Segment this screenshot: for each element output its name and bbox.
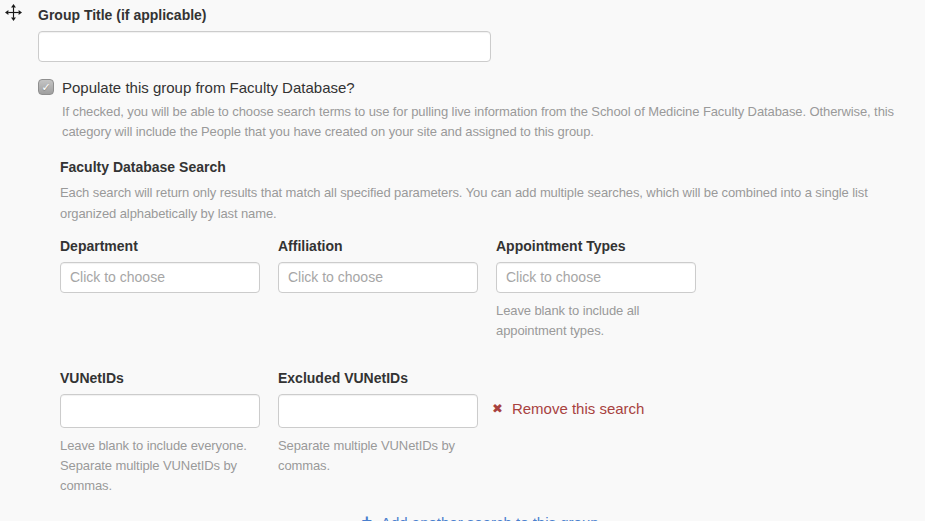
remove-search-col: ✖ Remove this search [492, 370, 644, 496]
vunetids-field-group: VUNetIDs Leave blank to include everyone… [60, 370, 260, 496]
search-params-row: Department Affiliation Appointment Types… [60, 238, 900, 341]
vunetids-label: VUNetIDs [60, 370, 260, 387]
appointment-types-field-group: Appointment Types Leave blank to include… [496, 238, 696, 341]
populate-checkbox-label[interactable]: Populate this group from Faculty Databas… [62, 79, 355, 96]
drag-handle[interactable] [5, 4, 22, 21]
add-search-row: + Add another search to this group [60, 513, 900, 521]
populate-checkbox[interactable]: ✓ [38, 79, 54, 95]
remove-search-label: Remove this search [512, 400, 645, 417]
excluded-vunetids-field-group: Excluded VUNetIDs Separate multiple VUNe… [278, 370, 478, 496]
affiliation-input[interactable] [278, 262, 478, 293]
excluded-vunetids-note: Separate multiple VUNetIDs by commas. [278, 436, 492, 476]
faculty-database-search-section: Faculty Database Search Each search will… [60, 158, 900, 521]
group-title-label: Group Title (if applicable) [38, 7, 900, 24]
affiliation-field-group: Affiliation [278, 238, 478, 341]
excluded-vunetids-input[interactable] [278, 394, 478, 428]
vunetids-row: VUNetIDs Leave blank to include everyone… [60, 370, 900, 496]
appointment-types-label: Appointment Types [496, 238, 696, 255]
add-search-link[interactable]: + Add another search to this group [361, 514, 598, 521]
affiliation-label: Affiliation [278, 238, 478, 255]
remove-x-icon: ✖ [492, 402, 503, 415]
department-input[interactable] [60, 262, 260, 293]
faculty-search-help-text: Each search will return only results tha… [60, 183, 898, 224]
move-icon [5, 4, 22, 21]
check-icon: ✓ [41, 82, 50, 93]
faculty-search-heading: Faculty Database Search [60, 158, 900, 176]
remove-search-link[interactable]: ✖ Remove this search [492, 400, 644, 417]
vunetids-note: Leave blank to include everyone. Separat… [60, 436, 274, 496]
group-form: Group Title (if applicable) ✓ Populate t… [38, 7, 900, 521]
appointment-types-note: Leave blank to include all appointment t… [496, 301, 682, 341]
excluded-vunetids-label: Excluded VUNetIDs [278, 370, 478, 387]
add-search-label: Add another search to this group [381, 514, 599, 521]
group-editor-panel: Group Title (if applicable) ✓ Populate t… [0, 0, 925, 521]
appointment-types-input[interactable] [496, 262, 696, 293]
plus-icon: + [361, 512, 372, 521]
department-label: Department [60, 238, 260, 255]
department-field-group: Department [60, 238, 260, 341]
populate-checkbox-row: ✓ Populate this group from Faculty Datab… [38, 79, 900, 96]
vunetids-input[interactable] [60, 394, 260, 428]
group-title-input[interactable] [38, 31, 491, 62]
populate-help-text: If checked, you will be able to choose s… [62, 102, 900, 143]
